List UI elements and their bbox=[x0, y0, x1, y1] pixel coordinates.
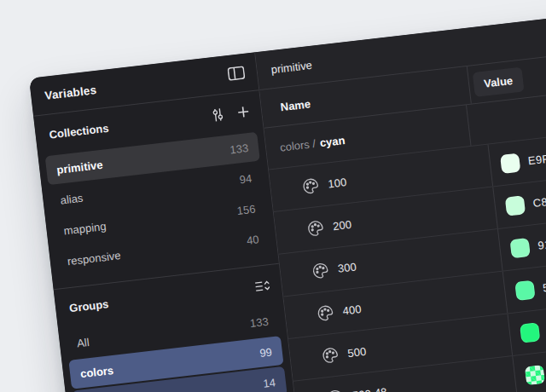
group-count: 14 bbox=[263, 376, 276, 390]
color-swatch[interactable] bbox=[505, 195, 526, 216]
panel-toggle-icon[interactable] bbox=[227, 66, 246, 81]
variable-name: 500 bbox=[347, 345, 367, 360]
color-swatch[interactable] bbox=[509, 237, 530, 257]
value-header-pill[interactable]: Value bbox=[473, 66, 525, 96]
collection-count: 133 bbox=[229, 141, 249, 156]
color-swatch[interactable] bbox=[514, 280, 535, 300]
spacer bbox=[96, 74, 228, 89]
variables-plugin-window: Variables Collections bbox=[29, 13, 546, 392]
hex-value: C8FDDB bbox=[532, 192, 546, 210]
group-count: 133 bbox=[249, 314, 269, 329]
groups-title: Groups bbox=[68, 297, 109, 314]
panel-title: Variables bbox=[44, 84, 97, 102]
palette-icon bbox=[321, 345, 340, 365]
palette-icon bbox=[316, 303, 335, 323]
palette-icon bbox=[305, 218, 325, 238]
variable-name: 200 bbox=[332, 218, 351, 233]
palette-icon bbox=[311, 261, 330, 280]
collection-label: mapping bbox=[63, 219, 107, 237]
palette-icon bbox=[301, 176, 321, 196]
group-path-current: cyan bbox=[319, 133, 346, 148]
collection-label: responsive bbox=[67, 249, 121, 268]
variable-name: 100 bbox=[328, 176, 347, 190]
hex-value: 91FAC0 bbox=[537, 234, 546, 252]
collection-label: primitive bbox=[56, 158, 104, 176]
color-swatch-alpha[interactable] bbox=[525, 364, 545, 384]
spacer bbox=[120, 117, 198, 126]
collapse-list-icon[interactable] bbox=[253, 279, 270, 293]
group-path-prefix: colors / bbox=[279, 136, 316, 153]
variable-name: 300 bbox=[337, 260, 357, 274]
hex-value: E9FEEF bbox=[527, 150, 546, 168]
group-label: All bbox=[76, 336, 90, 350]
variables-table: primitive Name Value colors / cyan bbox=[255, 13, 546, 392]
collections-section: Collections bbox=[33, 90, 277, 279]
variable-name: 400 bbox=[342, 303, 362, 317]
collection-label: alias bbox=[60, 191, 84, 206]
collection-count: 94 bbox=[239, 171, 253, 186]
sliders-icon[interactable] bbox=[209, 107, 226, 124]
collections-title: Collections bbox=[49, 121, 109, 141]
collections-list: primitive 133 alias 94 mapping 156 respo… bbox=[38, 131, 278, 278]
groups-section: Groups All 133 colors bbox=[54, 264, 294, 392]
group-label: colors bbox=[79, 363, 113, 379]
hex-value: 5AF8A bbox=[542, 278, 546, 295]
variable-name: 500-48 bbox=[351, 385, 387, 392]
color-swatch[interactable] bbox=[500, 153, 520, 173]
spacer bbox=[120, 288, 242, 303]
palette-icon bbox=[325, 388, 345, 392]
plus-icon[interactable] bbox=[236, 106, 250, 119]
collection-count: 40 bbox=[246, 233, 259, 247]
color-swatch[interactable] bbox=[520, 322, 540, 343]
collection-count: 156 bbox=[236, 202, 256, 216]
page-background: Variables Collections bbox=[0, 0, 546, 392]
group-count: 99 bbox=[258, 345, 272, 360]
